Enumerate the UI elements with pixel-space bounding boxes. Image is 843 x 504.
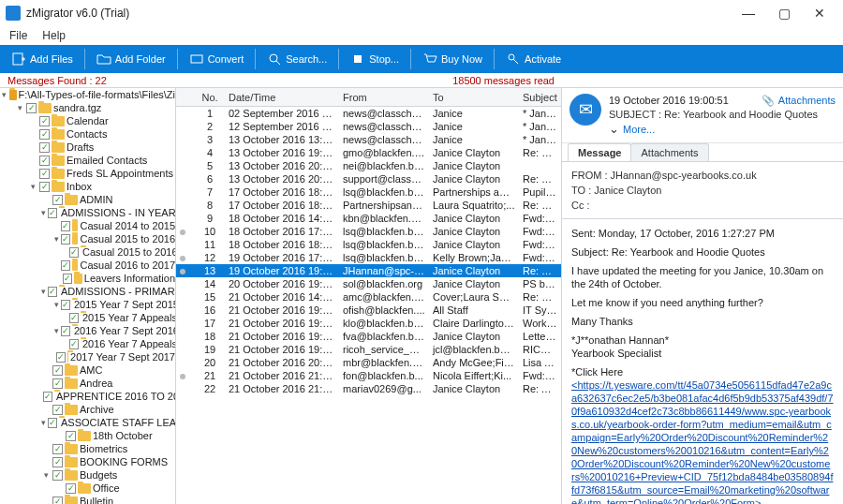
tree-item[interactable]: ✓2017 Year 7 Sept 2017 <box>54 350 175 363</box>
tree-item[interactable]: ✓BOOKING FORMS <box>41 455 175 468</box>
message-row[interactable]: 1521 October 2016 14:1...amc@blackfen.b.… <box>176 290 561 304</box>
tab-attachments[interactable]: Attachments <box>630 143 708 161</box>
tree-checkbox[interactable]: ✓ <box>48 418 57 428</box>
folder-tree-pane[interactable]: ▾ F:\All-Types-of-file-formats\Files\Zi … <box>0 88 176 504</box>
tree-item[interactable]: ✓Office <box>54 482 175 495</box>
search-button[interactable]: Search... <box>259 48 334 70</box>
menu-help[interactable]: Help <box>35 27 73 44</box>
collapse-icon[interactable]: ▾ <box>41 208 46 217</box>
collapse-icon[interactable]: ▾ <box>28 182 37 191</box>
message-row[interactable]: 313 October 2016 13:1...news@classchar..… <box>176 133 561 146</box>
tab-message[interactable]: Message <box>568 143 631 161</box>
tree-item[interactable]: ✓Drafts <box>28 141 175 154</box>
tree-item[interactable]: ✓ADMIN <box>41 193 175 206</box>
close-button[interactable]: ✕ <box>802 0 837 26</box>
minimize-button[interactable]: — <box>731 0 766 26</box>
tree-checkbox[interactable]: ✓ <box>52 470 63 481</box>
tree-checkbox[interactable]: ✓ <box>39 116 50 126</box>
tree-checkbox[interactable]: ✓ <box>61 326 70 336</box>
tree-checkbox[interactable]: ✓ <box>56 352 66 363</box>
convert-button[interactable]: Convert <box>182 48 252 70</box>
message-row[interactable]: 1821 October 2016 19:4...fva@blackfen.be… <box>176 330 561 343</box>
message-row[interactable]: 1721 October 2016 19:3...klo@blackfen.be… <box>176 317 561 330</box>
message-row[interactable]: 1621 October 2016 19:2...ofish@blackfen.… <box>176 304 561 317</box>
menu-file[interactable]: File <box>2 27 35 44</box>
chevron-down-icon[interactable]: ⌄ <box>609 122 619 136</box>
tree-item[interactable]: ✓Freds SL Appointments <box>28 167 175 180</box>
tree-item[interactable]: ▾✓Budgets <box>41 468 175 482</box>
message-row[interactable]: 717 October 2016 18:1...lsq@blackfen.be.… <box>176 185 561 199</box>
stop-button[interactable]: Stop... <box>343 48 407 70</box>
tree-checkbox[interactable]: ✓ <box>39 169 50 179</box>
tree-checkbox[interactable]: ✓ <box>26 103 37 113</box>
tree-item[interactable]: ✓APPRENTICE 2016 TO 201 <box>41 390 175 403</box>
add-files-button[interactable]: Add Files <box>4 48 81 70</box>
tree-item[interactable]: ▾✓sandra.tgz <box>15 101 175 114</box>
order-form-link[interactable]: <https://t.yesware.com/tt/45a0734e505611… <box>571 379 834 504</box>
col-date[interactable]: Date/Time <box>225 92 339 103</box>
collapse-icon[interactable]: ▾ <box>41 287 46 296</box>
tree-item[interactable]: ✓Emailed Contacts <box>28 154 175 167</box>
tree-item[interactable]: ▾✓Casual 2015 to 2016 <box>54 232 175 245</box>
tree-item[interactable]: ✓2015 Year 7 Appeals S <box>67 311 175 324</box>
message-list-body[interactable]: 102 September 2016 1...news@classchar...… <box>176 107 561 504</box>
tree-checkbox[interactable]: ✓ <box>52 405 63 415</box>
tree-checkbox[interactable]: ✓ <box>61 300 70 310</box>
tree-checkbox[interactable]: ✓ <box>66 431 76 441</box>
tree-checkbox[interactable]: ✓ <box>52 457 63 467</box>
tree-item[interactable]: ▾✓2016 Year 7 Sept 2016 <box>54 324 175 337</box>
message-row[interactable]: 613 October 2016 20:5...support@classch.… <box>176 172 561 185</box>
tree-root[interactable]: ▾ F:\All-Types-of-file-formats\Files\Zi <box>2 88 175 101</box>
message-row[interactable]: 513 October 2016 20:0...nei@blackfen.be.… <box>176 159 561 172</box>
col-subject[interactable]: Subject <box>519 92 561 103</box>
tree-item[interactable]: ✓Archive <box>41 403 175 416</box>
tree-checkbox[interactable]: ✓ <box>39 182 50 192</box>
message-row[interactable]: 1420 October 2016 19:2...sol@blackfen.or… <box>176 277 561 290</box>
activate-button[interactable]: Activate <box>498 48 569 70</box>
tree-item[interactable]: ▾✓ADMISSIONS - PRIMARY T <box>41 285 175 298</box>
tree-checkbox[interactable]: ✓ <box>48 287 57 297</box>
tree-item[interactable]: ✓Andrea <box>41 377 175 390</box>
collapse-icon[interactable]: ▾ <box>54 234 59 244</box>
tree-item[interactable]: ▾✓ASSOCIATE STAFF LEAD <box>41 416 175 429</box>
col-from[interactable]: From <box>339 92 429 103</box>
message-row[interactable]: 1319 October 2016 19:0...JHannan@spc-y..… <box>176 264 561 277</box>
tree-item[interactable]: ✓Casual 2016 to 2017 <box>54 259 175 272</box>
add-folder-button[interactable]: Add Folder <box>89 48 173 70</box>
tree-checkbox[interactable]: ✓ <box>52 195 63 205</box>
tree-checkbox[interactable]: ✓ <box>66 483 76 494</box>
tree-checkbox[interactable]: ✓ <box>69 339 79 349</box>
tree-item[interactable]: ▾✓Inbox <box>28 180 175 193</box>
message-row[interactable]: 1921 October 2016 19:4...ricoh_service_n… <box>176 343 561 356</box>
message-row[interactable]: 212 September 2016 1...news@classchar...… <box>176 120 561 133</box>
collapse-icon[interactable]: ▾ <box>54 326 59 335</box>
tree-item[interactable]: ✓Contacts <box>28 127 175 141</box>
tree-checkbox[interactable]: ✓ <box>61 221 70 231</box>
maximize-button[interactable]: ▢ <box>766 0 802 26</box>
tree-item[interactable]: ✓Casual 2015 to 2016 In <box>67 245 175 259</box>
message-row[interactable]: 2021 October 2016 20:4...mbr@blackfen.b.… <box>176 356 561 369</box>
message-row[interactable]: 413 October 2016 19:5...gmo@blackfen.b..… <box>176 146 561 159</box>
message-row[interactable]: 817 October 2016 18:1...Partnershipsand.… <box>176 199 561 212</box>
message-row[interactable]: 1018 October 2016 17:5...lsq@blackfen.be… <box>176 225 561 238</box>
collapse-icon[interactable]: ▾ <box>41 418 46 427</box>
tree-checkbox[interactable]: ✓ <box>48 208 57 218</box>
message-row[interactable]: 2221 October 2016 21:5...mariav0269@g...… <box>176 382 561 395</box>
col-no[interactable]: No. <box>195 92 225 103</box>
message-row[interactable]: 1118 October 2016 18:0...lsq@blackfen.be… <box>176 238 561 251</box>
tree-item[interactable]: ▾✓2015 Year 7 Sept 2015 <box>54 298 175 311</box>
tree-item[interactable]: ✓2016 Year 7 Appeals S <box>67 337 175 350</box>
tree-checkbox[interactable]: ✓ <box>61 260 70 271</box>
tree-checkbox[interactable]: ✓ <box>39 156 50 166</box>
tree-item[interactable]: ✓Calendar <box>28 114 175 127</box>
tree-checkbox[interactable]: ✓ <box>52 444 63 454</box>
tree-checkbox[interactable]: ✓ <box>43 392 52 402</box>
message-row[interactable]: 102 September 2016 1...news@classchar...… <box>176 107 561 120</box>
tree-checkbox[interactable]: ✓ <box>52 365 63 376</box>
col-to[interactable]: To <box>429 92 519 103</box>
collapse-icon[interactable]: ▾ <box>15 103 24 112</box>
tree-item[interactable]: ✓Bulletin <box>41 495 175 504</box>
collapse-icon[interactable]: ▾ <box>54 300 59 309</box>
tree-checkbox[interactable]: ✓ <box>69 247 79 258</box>
tree-checkbox[interactable]: ✓ <box>39 142 50 153</box>
